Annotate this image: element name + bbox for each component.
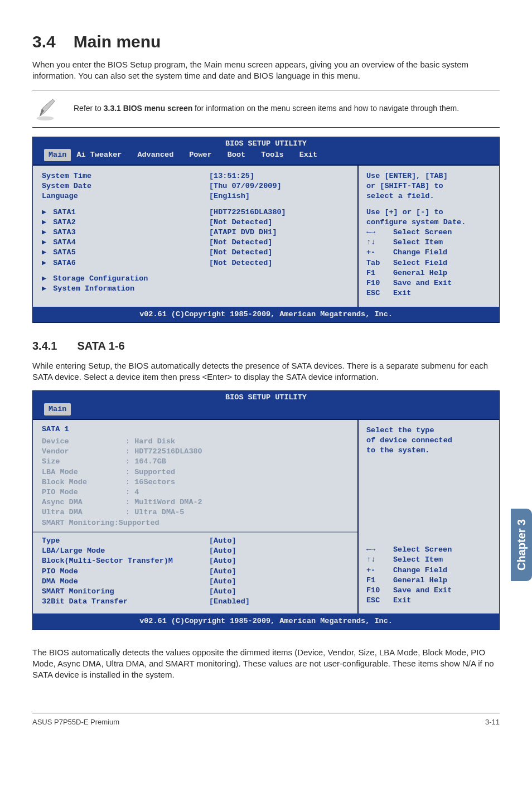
field-value: : Ultra DMA-5	[125, 508, 184, 518]
field-value: [Enabled]	[209, 597, 250, 607]
bios-tab: Main	[44, 403, 71, 416]
sata-header: SATA 1	[42, 424, 349, 434]
field-value: : 16Sectors	[125, 477, 175, 487]
field-value: :Supported	[114, 518, 159, 528]
field-label: LBA Mode	[42, 467, 125, 477]
help-key-desc: Save and Exit	[393, 586, 452, 596]
bios-config-row: Block(Multi-Sector Transfer)M[Auto]	[42, 556, 349, 566]
bios-info-row: Vendor: HDT722516DLA380	[42, 447, 349, 457]
field-label: PIO Mode	[42, 567, 209, 577]
field-label: System Date	[42, 181, 209, 191]
bios-footer: v02.61 (C)Copyright 1985-2009, American …	[33, 613, 499, 629]
help-line: of device connected	[366, 436, 491, 446]
bios-title: BIOS SETUP UTILITY	[33, 137, 499, 149]
help-key-row: ←→Select Screen	[366, 545, 491, 555]
bios-info-row: Ultra DMA: Ultra DMA-5	[42, 508, 349, 518]
field-label: Language	[42, 191, 209, 201]
bios-config-row: LBA/Large Mode[Auto]	[42, 546, 349, 556]
bios-tabs: Main	[33, 403, 499, 419]
bios-tabs: MainAi TweakerAdvancedPowerBootToolsExit	[33, 149, 499, 165]
chapter-tab: Chapter 3	[511, 509, 532, 581]
bios-tab: Main	[44, 149, 71, 161]
subsection-number: 3.4.1	[32, 340, 57, 352]
bios-footer: v02.61 (C)Copyright 1985-2009, American …	[33, 307, 499, 322]
bios-submenu-row: ▶ Storage Configuration	[42, 274, 349, 284]
bios-info-row: SMART Monitoring:Supported	[42, 518, 349, 528]
bios-tab: Ai Tweaker	[71, 149, 132, 161]
field-label: Block(Multi-Sector Transfer)M	[42, 556, 209, 566]
bios-info-row: Size: 164.7GB	[42, 457, 349, 467]
help-key-desc: Select Item	[393, 555, 443, 565]
help-key-desc: General Help	[393, 576, 447, 586]
note-text: Refer to 3.3.1 BIOS menu screen for info…	[74, 103, 459, 114]
help-key-desc: Select Screen	[393, 228, 452, 238]
field-label: ▶ SATA3	[42, 228, 209, 238]
help-key: ↑↓	[366, 238, 393, 248]
field-label: Ultra DMA	[42, 508, 125, 518]
bios-sata-row: ▶ SATA3[ATAPI DVD DH1]	[42, 228, 349, 238]
help-key: ←→	[366, 545, 393, 555]
help-line: configure system Date.	[366, 218, 491, 228]
bios-main-screen: BIOS SETUP UTILITY MainAi TweakerAdvance…	[32, 137, 500, 323]
help-key-row: +-Change Field	[366, 248, 491, 258]
subsection-heading: 3.4.1SATA 1-6	[32, 340, 500, 352]
field-label: SMART Monitoring	[42, 587, 209, 597]
help-key-row: ↑↓Select Item	[366, 238, 491, 248]
help-key-desc: General Help	[393, 268, 447, 278]
help-key-row: F10Save and Exit	[366, 586, 491, 596]
help-key-desc: Select Field	[393, 258, 447, 268]
field-label: Block Mode	[42, 477, 125, 487]
field-label: ▶ SATA5	[42, 248, 209, 258]
help-key: +-	[366, 566, 393, 576]
bios-tab: Power	[183, 149, 222, 161]
triangle-icon: ▶	[42, 218, 46, 226]
help-line: Use [+] or [-] to	[366, 207, 491, 218]
field-value: [Not Detected]	[209, 248, 272, 258]
subsection-intro: While entering Setup, the BIOS automatic…	[32, 360, 500, 383]
field-value: [Auto]	[209, 567, 236, 577]
help-key-row: F1General Help	[366, 576, 491, 586]
field-label: Async DMA	[42, 497, 125, 508]
help-key-desc: Select Screen	[393, 545, 452, 555]
help-key: F10	[366, 278, 393, 288]
pencil-icon	[32, 96, 58, 122]
field-label: ▶ SATA1	[42, 207, 209, 218]
help-key: Tab	[366, 258, 393, 268]
svg-marker-1	[40, 99, 55, 116]
field-value: : 4	[125, 487, 139, 497]
triangle-icon: ▶	[42, 228, 46, 236]
triangle-icon: ▶	[42, 274, 46, 283]
help-line: select a field.	[366, 191, 491, 201]
bios-info-row: Device: Hard Disk	[42, 437, 349, 447]
bios-config-row: 32Bit Data Transfer[Enabled]	[42, 597, 349, 607]
field-label: ▶ SATA2	[42, 218, 209, 228]
bios-info-row: Block Mode: 16Sectors	[42, 477, 349, 487]
field-value: [Not Detected]	[209, 238, 272, 248]
field-value: : 164.7GB	[125, 457, 166, 467]
bios-config-row: Type[Auto]	[42, 536, 349, 546]
footer-right: 3-11	[485, 718, 500, 726]
note-block: Refer to 3.3.1 BIOS menu screen for info…	[32, 90, 500, 128]
field-value: : Hard Disk	[125, 437, 175, 447]
bios-field-row: System Date[Thu 07/09/2009]	[42, 181, 349, 191]
help-key-desc: Select Item	[393, 238, 443, 248]
field-value: : HDT722516DLA380	[125, 447, 202, 457]
bios-sata-row: ▶ SATA2[Not Detected]	[42, 218, 349, 228]
field-value: : MultiWord DMA-2	[125, 497, 202, 508]
help-line: Select the type	[366, 426, 491, 436]
bios-sata-screen: BIOS SETUP UTILITY Main SATA 1 Device: H…	[32, 390, 500, 630]
field-value: [HDT722516DLA380]	[209, 207, 286, 218]
field-label: SMART Monitoring	[42, 518, 114, 528]
bios-submenu-row: ▶ System Information	[42, 284, 349, 294]
help-line: to the system.	[366, 446, 491, 456]
triangle-icon: ▶	[42, 284, 46, 293]
help-line: Use [ENTER], [TAB]	[366, 171, 491, 181]
bios-field-row: Language[English]	[42, 191, 349, 201]
help-key: +-	[366, 248, 393, 258]
field-value: [13:51:25]	[209, 171, 254, 181]
help-key: F1	[366, 268, 393, 278]
bios-info-row: PIO Mode: 4	[42, 487, 349, 497]
bios-info-row: Async DMA: MultiWord DMA-2	[42, 497, 349, 508]
field-label: Size	[42, 457, 125, 467]
page-footer: ASUS P7P55D-E Premium 3-11	[32, 713, 500, 726]
